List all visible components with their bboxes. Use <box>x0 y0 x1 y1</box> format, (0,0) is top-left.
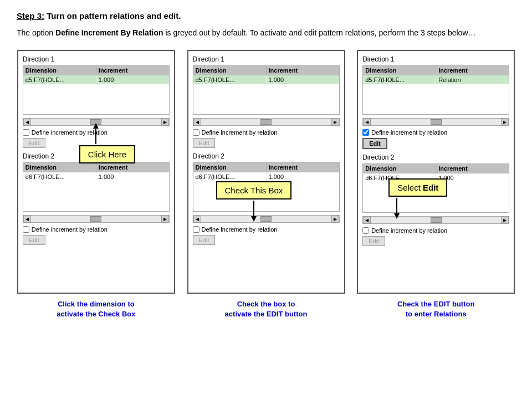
panel2-checkbox2-label: Define increment by relation <box>202 226 278 233</box>
panel1-checkbox2-label: Define increment by relation <box>32 226 108 233</box>
step-text: Turn on pattern relations and edit. <box>47 11 181 21</box>
panel2-table2-row1-col2: 1.000 <box>267 172 339 181</box>
panel3-scroll-left[interactable]: ◀ <box>363 118 371 126</box>
panel3-callout-prefix: Select <box>397 183 423 192</box>
panel1-scroll2-left[interactable]: ◀ <box>23 215 31 223</box>
panel1-edit2-btn[interactable]: Edit <box>23 235 45 245</box>
panel2-checkbox2[interactable] <box>193 226 200 233</box>
panel2-scroll-track <box>201 119 331 125</box>
panel1-table1: Dimension Increment d5:F7(HOLE... 1.000 <box>23 65 170 115</box>
panel2-table1: Dimension Increment d5:F7(HOLE... 1.000 <box>193 65 340 115</box>
panel2-table2-col2-header: Increment <box>267 163 339 172</box>
panel3-col2-header: Increment <box>436 66 509 75</box>
panel3-scroll-track <box>371 119 501 125</box>
panel1-caption-line1: Click the dimension to <box>58 300 135 308</box>
panel2-caption-line2: activate the EDIT button <box>225 310 308 318</box>
panel3-edit2-btn[interactable]: Edit <box>362 236 385 246</box>
panel2-scroll-left[interactable]: ◀ <box>193 118 201 126</box>
panel1-callout-box: Click Here <box>79 123 135 163</box>
panel3-checkbox-row: Define increment by relation <box>362 129 509 136</box>
panel3-scroll-right[interactable]: ▶ <box>501 118 509 126</box>
desc-part2: is greyed out by default. To activate an… <box>163 28 476 37</box>
panel2-table1-header: Dimension Increment <box>193 66 339 75</box>
panel3-table1-body: d5:F7(HOLE... Relation <box>363 75 509 114</box>
panel2-checkbox-row: Define increment by relation <box>193 129 340 136</box>
panel1-checkbox2[interactable] <box>23 226 29 233</box>
panel3-table1: Dimension Increment d5:F7(HOLE... Relati… <box>362 65 509 115</box>
panel3-table1-row1[interactable]: d5:F7(HOLE... Relation <box>363 75 509 84</box>
panel1-scrollbar2[interactable]: ◀ ▶ <box>23 215 170 223</box>
panel1-row1-col2: 1.000 <box>96 75 169 84</box>
panel2-caption: Check the box to activate the EDIT butto… <box>187 299 345 319</box>
panel1-caption-line2: activate the Check Box <box>57 310 135 318</box>
panel2-table2-row1[interactable]: d6:F7(HOLE... 1.000 <box>193 172 339 181</box>
panel2-box: Direction 1 Dimension Increment d5:F7(HO… <box>187 50 345 294</box>
svg-marker-1 <box>93 123 99 129</box>
panel1-edit-btn[interactable]: Edit <box>23 138 45 148</box>
panel1-table2-col1-header: Dimension <box>23 163 96 172</box>
panel1-scroll-left[interactable]: ◀ <box>23 118 31 126</box>
panel3-scroll2-left[interactable]: ◀ <box>363 216 371 224</box>
panel1-caption: Click the dimension to activate the Chec… <box>17 299 175 319</box>
panel1-scroll2-right[interactable]: ▶ <box>161 215 169 223</box>
panel2-row1-col2: 1.000 <box>267 75 339 84</box>
panel1-checkbox[interactable] <box>23 129 29 136</box>
panel2-table1-row1[interactable]: d5:F7(HOLE... 1.000 <box>193 75 339 84</box>
panel1-table2-row1-col2: 1.000 <box>96 172 169 181</box>
desc-bold: Define Increment By Relation <box>55 28 163 37</box>
panel3-box: Direction 1 Dimension Increment d5:F7(HO… <box>357 50 515 294</box>
panel3-checkbox-label: Define increment by relation <box>371 129 447 136</box>
panel1-col2-header: Increment <box>96 66 169 75</box>
panel1-box: Direction 1 Dimension Increment d5:F7(HO… <box>17 50 175 294</box>
panel1-scroll2-track <box>31 216 161 222</box>
panel3-table2-col1-header: Dimension <box>363 164 436 173</box>
panel1-table2-row1[interactable]: d6:F7(HOLE... 1.000 <box>23 172 169 181</box>
step-label: Step 3: <box>17 11 44 21</box>
panel1-table2-col2-header: Increment <box>96 163 169 172</box>
panel1-table1-header: Dimension Increment <box>23 66 169 75</box>
panel3-table2-col2-header: Increment <box>436 164 509 173</box>
panel3-direction2-label: Direction 2 <box>362 154 509 161</box>
panel1-col1-header: Dimension <box>23 66 96 75</box>
svg-marker-3 <box>251 216 257 222</box>
panel1-wrapper: Direction 1 Dimension Increment d5:F7(HO… <box>17 50 176 319</box>
panel2-scroll2-right[interactable]: ▶ <box>331 215 339 223</box>
panel3-callout-bold: Edit <box>423 183 438 192</box>
panel3-scrollbar1[interactable]: ◀ ▶ <box>362 118 509 126</box>
panel3-checkbox2-label: Define increment by relation <box>371 227 447 234</box>
panel2-scrollbar1[interactable]: ◀ ▶ <box>193 118 340 126</box>
panel3-row1-col1: d5:F7(HOLE... <box>363 75 436 84</box>
panel2-edit2-btn[interactable]: Edit <box>193 235 216 245</box>
panels-row: Direction 1 Dimension Increment d5:F7(HO… <box>17 50 515 319</box>
panel3-edit-btn[interactable]: Edit <box>362 138 387 149</box>
panel2-direction1-label: Direction 1 <box>193 55 340 63</box>
panel3-checkbox2-row: Define increment by relation <box>362 227 509 234</box>
panel3-callout: Select Edit <box>388 178 447 197</box>
panel2-callout-box: Check This Box <box>216 181 292 222</box>
panel3-table2-header: Dimension Increment <box>363 164 509 173</box>
panel2-scroll2-left[interactable]: ◀ <box>193 215 201 223</box>
panel2-table1-body: d5:F7(HOLE... 1.000 <box>193 75 339 114</box>
svg-marker-5 <box>394 213 400 219</box>
panel3-checkbox2[interactable] <box>362 227 369 234</box>
panel2-col1-header: Dimension <box>193 66 267 75</box>
panel1-table2-body: d6:F7(HOLE... 1.000 <box>23 172 169 211</box>
panel3-row1-col2: Relation <box>436 75 509 84</box>
panel2-edit-btn[interactable]: Edit <box>193 138 216 148</box>
panel1-table1-row1[interactable]: d5:F7(HOLE... 1.000 <box>23 75 169 84</box>
panel3-caption-line2: to enter Relations <box>406 310 467 318</box>
panel2-scroll-right[interactable]: ▶ <box>331 118 339 126</box>
panel3-checkbox[interactable] <box>362 129 369 136</box>
panel1-table2: Dimension Increment d6:F7(HOLE... 1.000 <box>23 162 170 212</box>
panel3-caption-line1: Check the EDIT button <box>397 300 474 308</box>
panel2-caption-line1: Check the box to <box>237 300 295 308</box>
panel1-scroll-right[interactable]: ▶ <box>161 118 169 126</box>
panel2-checkbox[interactable] <box>193 129 200 136</box>
panel2-wrapper: Direction 1 Dimension Increment d5:F7(HO… <box>187 50 346 319</box>
panel3-scroll2-right[interactable]: ▶ <box>501 216 509 224</box>
panel3-scroll-thumb <box>431 119 442 125</box>
panel1-checkbox2-row: Define increment by relation <box>23 226 170 233</box>
panel2-checkbox-label: Define increment by relation <box>202 129 278 136</box>
panel3-callout-box: Select Edit <box>388 178 447 219</box>
panel2-scroll-thumb <box>260 119 272 125</box>
